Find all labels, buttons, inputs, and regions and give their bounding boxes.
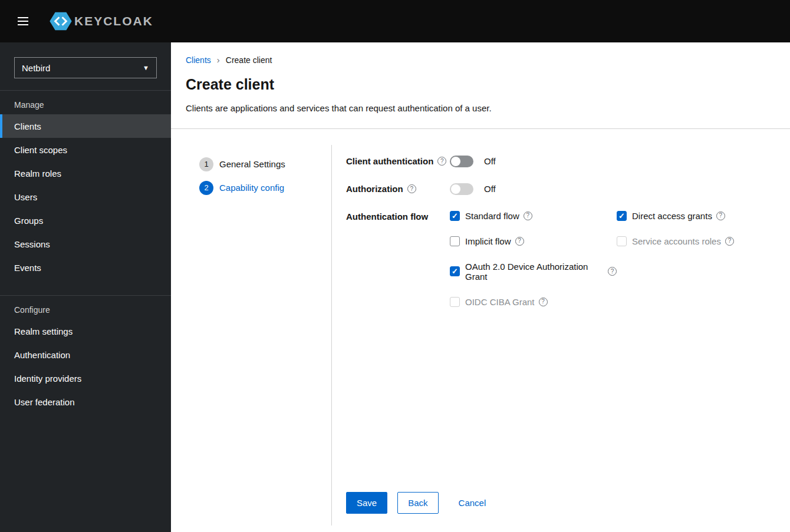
toggle-knob	[451, 157, 460, 166]
authentication-flow-row: Authentication flow ✓ Standard flow ? ✓ …	[346, 211, 776, 307]
step-number: 1	[199, 157, 213, 171]
checkbox-standard-flow[interactable]: ✓	[450, 211, 460, 221]
check-icon: ✓	[452, 267, 458, 275]
sidebar-item-user-federation[interactable]: User federation	[0, 390, 171, 414]
form-actions: Save Back Cancel	[346, 492, 776, 514]
menu-icon[interactable]	[14, 14, 32, 29]
step-label: General Settings	[219, 159, 285, 169]
label-text: Authorization	[346, 183, 403, 195]
checkbox-oauth-device-grant[interactable]: ✓	[450, 266, 460, 276]
sidebar-section-manage: Manage	[0, 91, 171, 114]
keycloak-logo-icon	[50, 11, 72, 31]
help-icon[interactable]: ?	[407, 184, 416, 193]
authorization-control: Off	[450, 183, 496, 195]
main-content: Clients › Create client Create client Cl…	[171, 0, 790, 532]
client-authentication-label: Client authentication ?	[346, 156, 450, 167]
realm-name: Netbird	[22, 63, 50, 73]
client-authentication-state: Off	[484, 156, 496, 166]
realm-selector[interactable]: Netbird ▼	[14, 57, 157, 78]
checkbox-label: Service accounts roles	[632, 236, 721, 246]
step-label: Capability config	[219, 183, 284, 193]
breadcrumb: Clients › Create client	[186, 55, 776, 65]
check-icon: ✓	[618, 212, 625, 220]
page-header: Clients › Create client Create client Cl…	[171, 42, 790, 128]
help-icon[interactable]: ?	[437, 157, 446, 166]
chevron-down-icon: ▼	[143, 64, 149, 71]
option-oidc-ciba-grant: OIDC CIBA Grant ?	[450, 297, 617, 307]
checkbox-service-accounts-roles	[617, 236, 627, 246]
sidebar-item-users[interactable]: Users	[0, 185, 171, 209]
sidebar-item-identity-providers[interactable]: Identity providers	[0, 366, 171, 390]
top-bar: KEYCLOAK	[0, 0, 790, 42]
sidebar-item-sessions[interactable]: Sessions	[0, 232, 171, 256]
help-icon[interactable]: ?	[539, 298, 548, 306]
sidebar-item-groups[interactable]: Groups	[0, 209, 171, 232]
checkbox-label[interactable]: OAuth 2.0 Device Authorization Grant	[465, 262, 604, 282]
header-divider	[171, 128, 790, 129]
check-icon: ✓	[452, 212, 458, 220]
help-icon[interactable]: ?	[716, 212, 725, 220]
toggle-knob	[451, 184, 460, 194]
breadcrumb-link-clients[interactable]: Clients	[186, 55, 211, 65]
client-authentication-toggle[interactable]	[450, 156, 473, 167]
checkbox-label: OIDC CIBA Grant	[465, 297, 535, 307]
authentication-flow-options: ✓ Standard flow ? ✓ Direct access grants…	[450, 211, 734, 307]
cancel-button[interactable]: Cancel	[449, 493, 496, 513]
client-authentication-control: Off	[450, 156, 496, 167]
sidebar-item-authentication[interactable]: Authentication	[0, 343, 171, 366]
brand-text: KEYCLOAK	[74, 14, 153, 28]
label-text: Client authentication	[346, 156, 433, 167]
step-number: 2	[199, 181, 213, 195]
help-icon[interactable]: ?	[725, 237, 734, 246]
option-oauth-device-grant: ✓ OAuth 2.0 Device Authorization Grant ?	[450, 262, 617, 282]
realm-selector-area: Netbird ▼	[0, 42, 171, 91]
wizard-step-general-settings[interactable]: 1 General Settings	[171, 153, 331, 176]
authorization-toggle	[450, 183, 473, 195]
keycloak-logo: KEYCLOAK	[50, 11, 153, 31]
help-icon[interactable]: ?	[515, 237, 524, 246]
checkbox-oidc-ciba-grant	[450, 297, 460, 307]
authorization-state: Off	[484, 184, 496, 194]
authorization-row: Authorization ? Off	[346, 183, 776, 195]
sidebar-divider	[0, 279, 171, 296]
breadcrumb-current: Create client	[226, 55, 272, 65]
wizard-nav: 1 General Settings 2 Capability config	[171, 145, 332, 526]
option-service-accounts-roles: Service accounts roles ?	[617, 236, 734, 246]
authorization-label: Authorization ?	[346, 183, 450, 195]
sidebar: Netbird ▼ Manage Clients Client scopes R…	[0, 42, 171, 532]
checkbox-label[interactable]: Standard flow	[465, 211, 519, 221]
wizard: 1 General Settings 2 Capability config C…	[171, 145, 790, 526]
help-icon[interactable]: ?	[524, 212, 532, 220]
option-standard-flow: ✓ Standard flow ?	[450, 211, 617, 221]
sidebar-item-realm-settings[interactable]: Realm settings	[0, 319, 171, 343]
page-subtitle: Clients are applications and services th…	[186, 103, 776, 128]
wizard-step-capability-config[interactable]: 2 Capability config	[171, 176, 331, 200]
authentication-flow-label: Authentication flow	[346, 211, 450, 223]
help-icon[interactable]: ?	[608, 267, 617, 276]
sidebar-section-configure: Configure	[0, 296, 171, 319]
sidebar-item-clients[interactable]: Clients	[0, 114, 171, 138]
sidebar-item-events[interactable]: Events	[0, 256, 171, 279]
option-implicit-flow: Implicit flow ?	[450, 236, 617, 246]
angle-right-icon: ›	[217, 55, 220, 65]
sidebar-item-realm-roles[interactable]: Realm roles	[0, 161, 171, 185]
checkbox-label[interactable]: Direct access grants	[632, 211, 712, 221]
client-authentication-row: Client authentication ? Off	[346, 156, 776, 167]
capability-config-form: Client authentication ? Off Authorizatio…	[332, 145, 790, 526]
back-button[interactable]: Back	[397, 492, 438, 514]
checkbox-implicit-flow[interactable]	[450, 236, 460, 246]
sidebar-item-client-scopes[interactable]: Client scopes	[0, 138, 171, 161]
option-direct-access-grants: ✓ Direct access grants ?	[617, 211, 734, 221]
checkbox-direct-access-grants[interactable]: ✓	[617, 211, 627, 221]
save-button[interactable]: Save	[346, 492, 387, 514]
checkbox-label[interactable]: Implicit flow	[465, 236, 511, 246]
page-title: Create client	[186, 76, 776, 93]
